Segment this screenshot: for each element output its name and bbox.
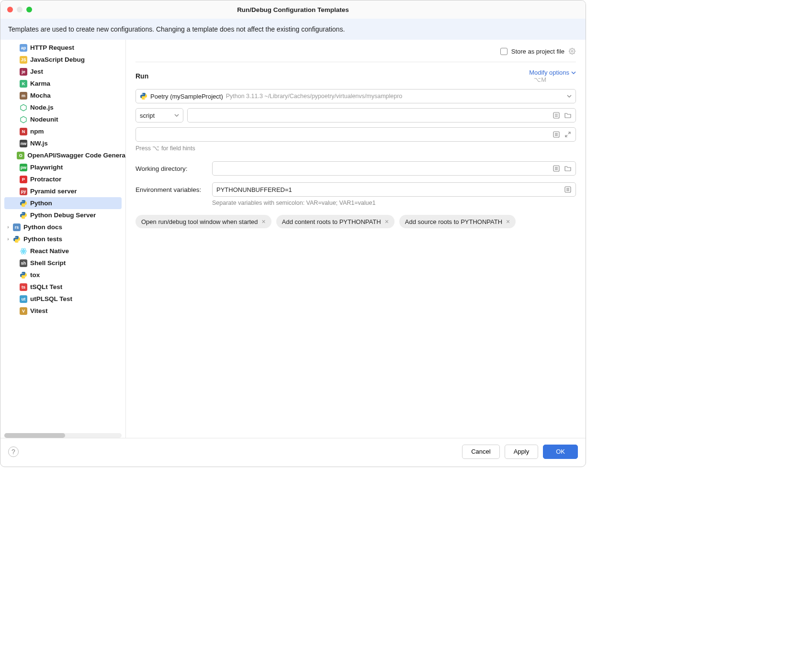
script-mode-select[interactable]: script — [135, 108, 183, 123]
config-type-icon: rs — [13, 223, 21, 231]
tree-item-label: utPLSQL Test — [30, 295, 72, 302]
window-controls — [7, 7, 32, 12]
help-button[interactable]: ? — [8, 446, 19, 457]
tree-item-python-docs[interactable]: ›rsPython docs — [0, 221, 125, 233]
tree-item-label: tox — [30, 271, 40, 279]
dialog-footer: ? Cancel Apply OK — [0, 438, 586, 465]
config-type-icon — [20, 247, 27, 255]
tree-item-label: Node.js — [30, 104, 54, 111]
config-type-icon: py — [20, 188, 27, 195]
modify-options-link[interactable]: Modify options — [529, 69, 576, 76]
parameters-input[interactable] — [135, 127, 576, 142]
svg-point-5 — [142, 93, 143, 94]
tree-item-tox[interactable]: tox — [0, 269, 125, 281]
tree-item-openapi-swagger-code-genera[interactable]: OOpenAPI/Swagger Code Genera — [0, 149, 125, 161]
list-icon[interactable] — [564, 186, 572, 193]
env-input[interactable]: PYTHONUNBUFFERED=1 — [212, 182, 576, 197]
config-editor-panel: Store as project file Run Modify options… — [126, 40, 586, 438]
option-chip[interactable]: Add content roots to PYTHONPATH× — [276, 215, 395, 228]
tree-item-label: Mocha — [30, 92, 51, 99]
close-window-button[interactable] — [7, 7, 13, 12]
tree-item-label: JavaScript Debug — [30, 56, 85, 63]
tree-item-vitest[interactable]: VVitest — [0, 305, 125, 317]
python-icon — [140, 92, 147, 100]
list-icon[interactable] — [553, 131, 560, 138]
config-type-icon: m — [20, 92, 27, 100]
horizontal-scrollbar[interactable] — [4, 433, 122, 438]
tree-item-utplsql-test[interactable]: ututPLSQL Test — [0, 293, 125, 305]
chevron-right-icon: › — [6, 236, 10, 242]
config-type-icon: K — [20, 80, 27, 88]
modify-options-shortcut: ⌥M — [534, 76, 546, 83]
titlebar: Run/Debug Configuration Templates — [0, 0, 586, 19]
svg-point-0 — [23, 250, 24, 252]
svg-point-4 — [571, 50, 573, 52]
tree-item-react-native[interactable]: React Native — [0, 245, 125, 257]
tree-item-label: Python Debug Server — [30, 212, 96, 219]
tree-item-label: Python docs — [23, 223, 62, 231]
tree-item-label: Python — [30, 200, 52, 207]
tree-item-label: Shell Script — [30, 259, 66, 267]
tree-item-node-js[interactable]: Node.js — [0, 101, 125, 113]
working-dir-input[interactable] — [212, 161, 576, 176]
config-type-icon — [20, 271, 27, 279]
tree-item-npm[interactable]: Nnpm — [0, 125, 125, 137]
tree-item-python[interactable]: Python — [4, 197, 122, 209]
list-icon[interactable] — [553, 165, 560, 172]
script-path-input[interactable] — [187, 108, 576, 123]
window-title: Run/Debug Configuration Templates — [0, 6, 586, 13]
tree-item-tsqlt-test[interactable]: tstSQLt Test — [0, 281, 125, 293]
tree-item-python-debug-server[interactable]: Python Debug Server — [0, 209, 125, 221]
tree-item-label: NW.js — [30, 140, 48, 147]
option-chip[interactable]: Open run/debug tool window when started× — [135, 215, 271, 228]
ok-button[interactable]: OK — [543, 445, 578, 459]
tree-item-karma[interactable]: KKarma — [0, 78, 125, 89]
chevron-down-icon — [571, 70, 576, 75]
chip-remove-icon[interactable]: × — [385, 218, 389, 225]
apply-button[interactable]: Apply — [505, 445, 539, 459]
tree-item-nw-js[interactable]: nwNW.js — [0, 137, 125, 149]
folder-icon[interactable] — [564, 165, 572, 172]
chevron-right-icon: › — [6, 224, 10, 230]
config-type-icon — [20, 200, 27, 207]
list-icon[interactable] — [553, 112, 560, 119]
tree-item-label: Jest — [30, 68, 43, 75]
gear-icon[interactable] — [568, 47, 576, 55]
chip-remove-icon[interactable]: × — [506, 218, 510, 225]
tree-item-label: npm — [30, 128, 44, 135]
config-type-icon: N — [20, 128, 27, 135]
interpreter-name: Poetry (mySampleProject) — [150, 93, 223, 100]
tree-item-mocha[interactable]: mMocha — [0, 89, 125, 101]
tree-item-python-tests[interactable]: ›Python tests — [0, 233, 125, 245]
expand-icon[interactable] — [564, 131, 572, 138]
tree-item-nodeunit[interactable]: Nodeunit — [0, 113, 125, 125]
config-type-icon: pw — [20, 164, 27, 171]
config-type-icon: ts — [20, 283, 27, 291]
tree-item-http-request[interactable]: apHTTP Request — [0, 42, 125, 54]
tree-item-playwright[interactable]: pwPlaywright — [0, 161, 125, 173]
cancel-button[interactable]: Cancel — [462, 445, 499, 459]
chip-label: Open run/debug tool window when started — [141, 218, 258, 225]
config-type-icon: V — [20, 307, 27, 315]
tree-item-jest[interactable]: jeJest — [0, 66, 125, 78]
config-type-icon: JS — [20, 56, 27, 64]
tree-item-javascript-debug[interactable]: JSJavaScript Debug — [0, 54, 125, 66]
tree-item-pyramid-server[interactable]: pyPyramid server — [0, 185, 125, 197]
interpreter-dropdown[interactable]: Poetry (mySampleProject) Python 3.11.3 ~… — [135, 89, 576, 103]
store-as-project-checkbox[interactable] — [500, 48, 508, 55]
chip-remove-icon[interactable]: × — [262, 218, 266, 225]
folder-icon[interactable] — [564, 112, 572, 119]
tree-item-shell-script[interactable]: shShell Script — [0, 257, 125, 269]
options-chips: Open run/debug tool window when started×… — [135, 215, 576, 228]
maximize-window-button[interactable] — [26, 7, 32, 12]
config-type-icon: sh — [20, 259, 27, 267]
chevron-down-icon — [567, 94, 572, 99]
tree-item-protractor[interactable]: PProtractor — [0, 173, 125, 185]
svg-point-6 — [145, 98, 145, 99]
run-section-title: Run — [135, 72, 148, 80]
option-chip[interactable]: Add source roots to PYTHONPATH× — [399, 215, 516, 228]
config-type-tree[interactable]: apHTTP RequestJSJavaScript DebugjeJestKK… — [0, 40, 126, 438]
minimize-window-button[interactable] — [17, 7, 23, 12]
config-type-icon — [20, 212, 27, 219]
interpreter-detail: Python 3.11.3 ~/Library/Caches/pypoetry/… — [226, 93, 564, 100]
